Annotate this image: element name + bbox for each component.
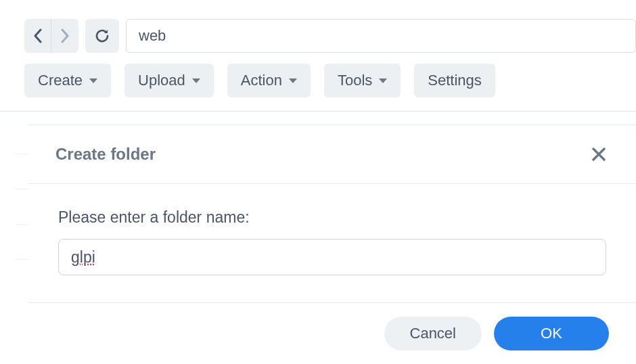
tools-button[interactable]: Tools	[324, 64, 401, 97]
create-folder-modal: Create folder Please enter a folder name…	[28, 124, 636, 364]
create-button-label: Create	[38, 72, 83, 89]
path-input[interactable]	[126, 19, 636, 53]
action-button-label: Action	[241, 72, 282, 89]
reload-button[interactable]	[85, 19, 119, 53]
action-button[interactable]: Action	[227, 64, 311, 97]
caret-down-icon	[379, 78, 387, 83]
top-toolbar-area: Create Upload Action Tools Settings	[0, 0, 636, 97]
chevron-right-icon	[60, 28, 70, 43]
modal-header: Create folder	[28, 125, 636, 184]
chevron-left-icon	[33, 28, 43, 43]
create-button[interactable]: Create	[24, 64, 111, 97]
upload-button-label: Upload	[138, 72, 185, 89]
folder-name-value: glpi	[71, 248, 95, 267]
modal-footer: Cancel OK	[28, 303, 636, 364]
ok-button-label: OK	[541, 325, 562, 342]
toolbar-row: Create Upload Action Tools Settings	[24, 64, 636, 97]
caret-down-icon	[289, 78, 297, 83]
reload-icon	[94, 28, 110, 44]
folder-name-input[interactable]: glpi	[58, 239, 606, 275]
modal-title: Create folder	[55, 145, 156, 164]
close-button[interactable]	[589, 144, 609, 164]
settings-button-label: Settings	[428, 72, 482, 89]
ok-button[interactable]: OK	[494, 317, 609, 350]
back-button[interactable]	[24, 19, 51, 53]
settings-button[interactable]: Settings	[414, 64, 495, 97]
tools-button-label: Tools	[338, 72, 372, 89]
modal-body: Please enter a folder name: glpi	[28, 184, 636, 303]
nav-history-group	[24, 19, 78, 53]
navigation-row	[24, 19, 636, 53]
cancel-button[interactable]: Cancel	[384, 317, 482, 350]
close-icon	[591, 147, 606, 162]
upload-button[interactable]: Upload	[124, 64, 214, 97]
forward-button[interactable]	[51, 19, 78, 53]
cancel-button-label: Cancel	[410, 325, 456, 342]
caret-down-icon	[89, 78, 97, 83]
folder-name-label: Please enter a folder name:	[58, 208, 606, 227]
caret-down-icon	[192, 78, 200, 83]
file-list-area	[0, 111, 636, 116]
